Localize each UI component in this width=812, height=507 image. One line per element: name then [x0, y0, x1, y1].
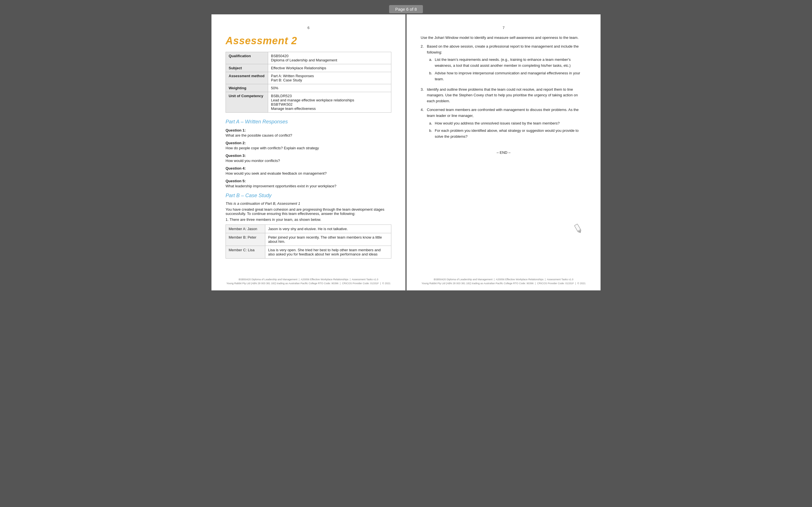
item-4a: a. How would you address the unresolved … — [429, 121, 587, 126]
value-subject: Effective Workplace Relationships — [268, 64, 391, 72]
left-page-number: 6 — [225, 25, 391, 30]
item-4-text: Concerned team members are confronted wi… — [427, 108, 578, 118]
question-5-text: What leadership improvement opportunitie… — [225, 184, 391, 188]
question-3-text: How would you monitor conflicts? — [225, 159, 391, 163]
item-2a-letter: a. — [429, 57, 435, 69]
member-a-name: Member A: Jason — [226, 225, 265, 233]
member-c-description: Lisa is very open. She tried her best to… — [265, 246, 391, 259]
item-2-text: Based on the above session, create a pro… — [427, 44, 578, 54]
question-2-text: How do people cope with conflicts? Expla… — [225, 146, 391, 150]
part-a-heading: Part A – Written Responses — [225, 119, 391, 125]
value-qualification: BSB50420Diploma of Leadership and Manage… — [268, 52, 391, 64]
member-a-description: Jason is very shy and elusive. He is not… — [265, 225, 391, 233]
table-row: Unit of Competency BSBLDR523Lead and man… — [226, 92, 391, 113]
item-2a-text: List the team's requirements and needs. … — [435, 57, 587, 69]
end-text: – END – — [421, 150, 587, 156]
item-3-text: Identify and outline three problems that… — [427, 87, 587, 104]
page-indicator: Page 6 of 8 — [389, 5, 423, 13]
question-2-label: Question 2: — [225, 141, 391, 145]
right-page-number: 7 — [421, 25, 587, 30]
item-2b-text: Advise how to improve interpersonal comm… — [435, 70, 587, 82]
right-footer-line2: Young Rabbit Pty Ltd (ABN 28 003 381 182… — [412, 282, 595, 286]
list-item-2: 2. Based on the above session, create a … — [421, 44, 587, 84]
left-footer-line2: Young Rabbit Pty Ltd (ABN 28 003 381 182… — [217, 282, 400, 286]
value-unit: BSBLDR523Lead and manage effective workp… — [268, 92, 391, 113]
left-footer-line1: BSB50420 Diploma of Leadership and Manag… — [217, 278, 400, 282]
label-weighting: Weighting — [226, 84, 268, 92]
page-indicator-container: Page 6 of 8 — [0, 0, 812, 14]
table-row: Qualification BSB50420Diploma of Leaders… — [226, 52, 391, 64]
table-row: Member B: Peter Peter joined your team r… — [226, 233, 391, 246]
item-2-num: 2. — [421, 44, 427, 50]
table-row: Assessment method Part A: Written Respon… — [226, 72, 391, 84]
list-item-3: 3. Identify and outline three problems t… — [421, 87, 587, 104]
right-page-footer: BSB50420 Diploma of Leadership and Manag… — [407, 278, 601, 285]
table-row: Subject Effective Workplace Relationship… — [226, 64, 391, 72]
members-table: Member A: Jason Jason is very shy and el… — [225, 224, 391, 259]
item-4b-text: For each problem you identified above, w… — [435, 128, 587, 140]
label-qualification: Qualification — [226, 52, 268, 64]
question-3-label: Question 3: — [225, 154, 391, 158]
pencil-icon — [572, 223, 583, 234]
part-b-item1-intro: 1. There are three members in your team,… — [225, 217, 391, 222]
page-spread: 6 Assessment 2 Qualification BSB50420Dip… — [211, 14, 601, 290]
johari-intro: Use the Johari Window model to identify … — [421, 35, 587, 41]
right-page: 7 Use the Johari Window model to identif… — [407, 14, 601, 290]
value-weighting: 50% — [268, 84, 391, 92]
table-row: Weighting 50% — [226, 84, 391, 92]
part-b-intro: You have created great team cohesion and… — [225, 207, 391, 216]
right-footer-line1: BSB50420 Diploma of Leadership and Manag… — [412, 278, 595, 282]
item-4-num: 4. — [421, 107, 427, 113]
list-item-4: 4. Concerned team members are confronted… — [421, 107, 587, 142]
item-4-content: Concerned team members are confronted wi… — [427, 107, 587, 142]
question-4-label: Question 4: — [225, 166, 391, 170]
question-1-label: Question 1: — [225, 128, 391, 132]
item-2b: b. Advise how to improve interpersonal c… — [429, 70, 587, 82]
info-table: Qualification BSB50420Diploma of Leaders… — [225, 52, 391, 113]
item-4a-text: How would you address the unresolved iss… — [435, 121, 560, 126]
label-subject: Subject — [226, 64, 268, 72]
question-4-text: How would you seek and evaluate feedback… — [225, 171, 391, 175]
label-assessment-method: Assessment method — [226, 72, 268, 84]
question-1-text: What are the possible causes of conflict… — [225, 133, 391, 137]
left-page: 6 Assessment 2 Qualification BSB50420Dip… — [211, 14, 405, 290]
member-c-name: Member C: Lisa — [226, 246, 265, 259]
item-4-subitems: a. How would you address the unresolved … — [429, 121, 587, 140]
part-b-note: This is a continuation of Part B, Assess… — [225, 202, 391, 206]
item-4b-letter: b. — [429, 128, 435, 140]
item-2-content: Based on the above session, create a pro… — [427, 44, 587, 84]
member-b-description: Peter joined your team recently. The oth… — [265, 233, 391, 246]
table-row: Member C: Lisa Lisa is very open. She tr… — [226, 246, 391, 259]
member-b-name: Member B: Peter — [226, 233, 265, 246]
question-5-label: Question 5: — [225, 179, 391, 183]
item-3-num: 3. — [421, 87, 427, 93]
item-4a-letter: a. — [429, 121, 435, 126]
right-content: Use the Johari Window model to identify … — [421, 35, 587, 156]
item-4b: b. For each problem you identified above… — [429, 128, 587, 140]
assessment-title: Assessment 2 — [225, 35, 391, 47]
item-2-subitems: a. List the team's requirements and need… — [429, 57, 587, 82]
item-2b-letter: b. — [429, 70, 435, 82]
table-row: Member A: Jason Jason is very shy and el… — [226, 225, 391, 233]
left-page-footer: BSB50420 Diploma of Leadership and Manag… — [211, 278, 405, 285]
part-b-heading: Part B – Case Study — [225, 193, 391, 199]
label-unit: Unit of Competency — [226, 92, 268, 113]
value-assessment-method: Part A: Written ResponsesPart B: Case St… — [268, 72, 391, 84]
item-2a: a. List the team's requirements and need… — [429, 57, 587, 69]
